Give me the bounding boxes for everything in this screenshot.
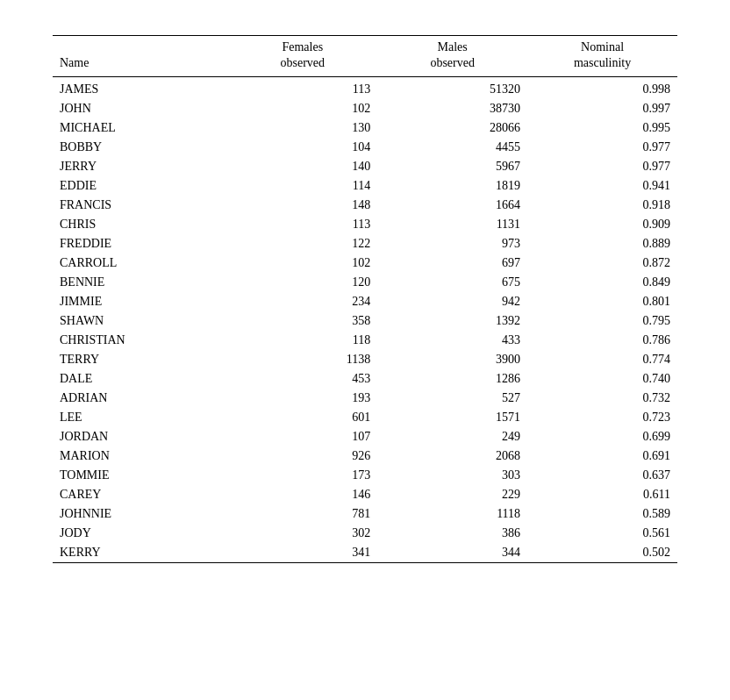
cell-females: 926: [227, 446, 377, 466]
cell-males: 973: [377, 234, 527, 254]
cell-males: 28066: [377, 118, 527, 138]
cell-males: 386: [377, 524, 527, 543]
cell-females: 107: [227, 427, 377, 446]
cell-males: 303: [377, 466, 527, 485]
table-row: JERRY14059670.977: [53, 157, 677, 176]
cell-name: JORDAN: [53, 427, 227, 446]
cell-name: JIMMIE: [53, 292, 227, 311]
table-container: Name Females observed Males observed Nom…: [53, 35, 677, 570]
col-header-males: Males observed: [377, 36, 527, 77]
table-row: TOMMIE1733030.637: [53, 466, 677, 485]
cell-name: JAMES: [53, 77, 227, 100]
cell-males: 38730: [377, 99, 527, 118]
cell-masculinity: 0.589: [527, 504, 677, 524]
cell-males: 1392: [377, 311, 527, 331]
table-row: MARION92620680.691: [53, 446, 677, 466]
cell-males: 1286: [377, 369, 527, 389]
cell-males: 51320: [377, 77, 527, 100]
table-row: SHAWN35813920.795: [53, 311, 677, 331]
col-header-masculinity: Nominal masculinity: [527, 36, 677, 77]
cell-masculinity: 0.774: [527, 350, 677, 369]
cell-masculinity: 0.740: [527, 369, 677, 389]
table-row: CHRISTIAN1184330.786: [53, 331, 677, 350]
col-header-name: Name: [53, 36, 227, 77]
cell-masculinity: 0.909: [527, 215, 677, 234]
cell-name: ADRIAN: [53, 389, 227, 408]
cell-females: 118: [227, 331, 377, 350]
cell-males: 344: [377, 543, 527, 563]
cell-females: 122: [227, 234, 377, 254]
cell-females: 601: [227, 408, 377, 427]
cell-name: CAREY: [53, 485, 227, 504]
table-row: JOHN102387300.997: [53, 99, 677, 118]
cell-masculinity: 0.997: [527, 99, 677, 118]
cell-name: FREDDIE: [53, 234, 227, 254]
cell-females: 173: [227, 466, 377, 485]
table-row: JOHNNIE78111180.589: [53, 504, 677, 524]
cell-masculinity: 0.786: [527, 331, 677, 350]
cell-masculinity: 0.561: [527, 524, 677, 543]
cell-males: 675: [377, 273, 527, 292]
cell-masculinity: 0.502: [527, 543, 677, 563]
table-row: FREDDIE1229730.889: [53, 234, 677, 254]
data-table: Name Females observed Males observed Nom…: [53, 35, 677, 570]
table-row: MICHAEL130280660.995: [53, 118, 677, 138]
table-row: FRANCIS14816640.918: [53, 196, 677, 215]
cell-females: 102: [227, 99, 377, 118]
cell-name: EDDIE: [53, 176, 227, 196]
cell-males: 1131: [377, 215, 527, 234]
table-row: CHRIS11311310.909: [53, 215, 677, 234]
cell-name: MICHAEL: [53, 118, 227, 138]
cell-masculinity: 0.849: [527, 273, 677, 292]
cell-name: MARION: [53, 446, 227, 466]
cell-females: 302: [227, 524, 377, 543]
cell-name: JOHN: [53, 99, 227, 118]
cell-masculinity: 0.889: [527, 234, 677, 254]
cell-males: 1664: [377, 196, 527, 215]
table-row: BOBBY10444550.977: [53, 138, 677, 157]
cell-females: 453: [227, 369, 377, 389]
cell-name: LEE: [53, 408, 227, 427]
cell-name: JOHNNIE: [53, 504, 227, 524]
cell-masculinity: 0.732: [527, 389, 677, 408]
table-row: JODY3023860.561: [53, 524, 677, 543]
cell-males: 433: [377, 331, 527, 350]
cell-masculinity: 0.691: [527, 446, 677, 466]
table-row: BENNIE1206750.849: [53, 273, 677, 292]
cell-males: 229: [377, 485, 527, 504]
cell-name: TERRY: [53, 350, 227, 369]
cell-name: BENNIE: [53, 273, 227, 292]
cell-masculinity: 0.941: [527, 176, 677, 196]
cell-masculinity: 0.995: [527, 118, 677, 138]
cell-females: 148: [227, 196, 377, 215]
table-row: JIMMIE2349420.801: [53, 292, 677, 311]
cell-males: 4455: [377, 138, 527, 157]
cell-females: 781: [227, 504, 377, 524]
cell-name: CHRIS: [53, 215, 227, 234]
table-row: CAREY1462290.611: [53, 485, 677, 504]
cell-females: 113: [227, 215, 377, 234]
cell-females: 120: [227, 273, 377, 292]
cell-name: CHRISTIAN: [53, 331, 227, 350]
cell-females: 234: [227, 292, 377, 311]
cell-name: TOMMIE: [53, 466, 227, 485]
cell-masculinity: 0.801: [527, 292, 677, 311]
cell-masculinity: 0.637: [527, 466, 677, 485]
cell-males: 249: [377, 427, 527, 446]
table-row: KERRY3413440.502: [53, 543, 677, 563]
cell-females: 146: [227, 485, 377, 504]
cell-masculinity: 0.699: [527, 427, 677, 446]
cell-name: KERRY: [53, 543, 227, 563]
cell-females: 114: [227, 176, 377, 196]
cell-females: 140: [227, 157, 377, 176]
table-footer-row: [53, 563, 677, 570]
cell-females: 193: [227, 389, 377, 408]
cell-females: 102: [227, 254, 377, 273]
table-row: DALE45312860.740: [53, 369, 677, 389]
cell-females: 113: [227, 77, 377, 100]
cell-masculinity: 0.998: [527, 77, 677, 100]
cell-masculinity: 0.977: [527, 157, 677, 176]
cell-masculinity: 0.872: [527, 254, 677, 273]
cell-masculinity: 0.795: [527, 311, 677, 331]
cell-name: CARROLL: [53, 254, 227, 273]
